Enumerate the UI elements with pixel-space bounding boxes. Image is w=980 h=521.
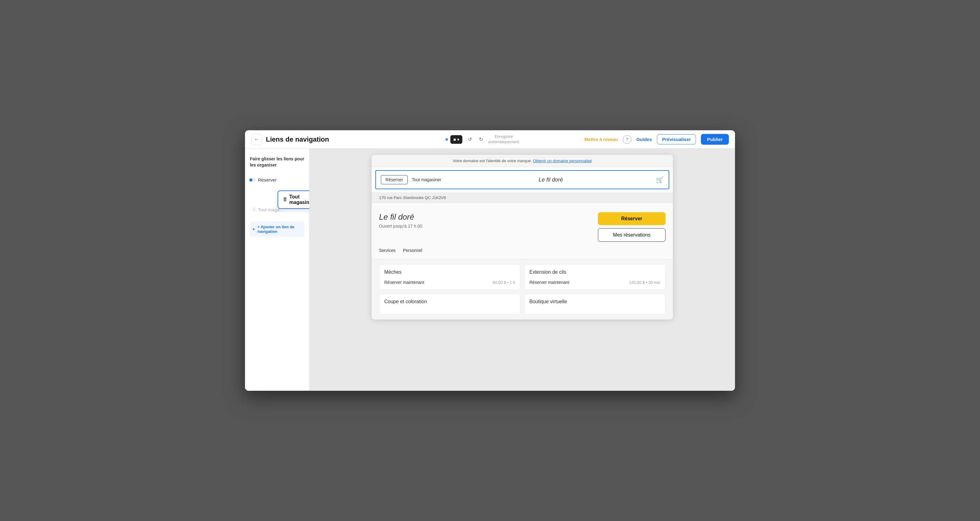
toolbar: ← Liens de navigation ■ ▾ ↺ ↻ Enregistré… (245, 130, 735, 149)
card-footer-extension: Réserver maintenant 120,00 $ • 30 min (529, 280, 660, 285)
dot-indicator (445, 138, 448, 141)
business-hours: Ouvert jusqu'à 17 h 00 (379, 224, 422, 229)
add-nav-link-button[interactable]: + + Ajouter un lien de navigation (250, 221, 304, 237)
card-name-boutique: Boutique virtuelle (529, 299, 660, 305)
card-name-coupe: Coupe et coloration (384, 299, 515, 305)
business-name: Le fil doré (379, 212, 422, 222)
card-link-extension[interactable]: Réserver maintenant (529, 280, 569, 285)
main-area: Faire glisser les liens pour les organis… (245, 149, 735, 391)
undo-redo-group: ↺ ↻ (465, 135, 486, 145)
active-indicator (249, 178, 252, 181)
card-footer-meches: Réserver maintenant 60,00 $ • 1 h (384, 280, 515, 285)
mes-reservations-button[interactable]: Mes réservations (598, 228, 665, 242)
cart-icon[interactable]: 🛒 (656, 176, 664, 183)
tab-services[interactable]: Services (379, 248, 396, 254)
toolbar-left: ← Liens de navigation (251, 134, 380, 145)
card-link-meches[interactable]: Réserver maintenant (384, 280, 424, 285)
preview-frame: Votre domaine est l'identité de votre ma… (372, 155, 673, 319)
service-tabs: Services Personnel (372, 248, 673, 259)
upgrade-button[interactable]: Mettre à niveau (584, 137, 618, 142)
sidebar: Faire glisser les liens pour les organis… (245, 149, 310, 391)
nav-link-reserver[interactable]: Réserver (381, 175, 407, 184)
auto-saved-status: Enregistré automatiquement (488, 134, 519, 145)
page-title: Liens de navigation (266, 135, 329, 143)
service-card-extension: Extension de cils Réserver maintenant 12… (524, 264, 665, 290)
card-meta-extension: 120,00 $ • 30 min (629, 280, 660, 285)
canvas-area: Votre domaine est l'identité de votre ma… (310, 149, 735, 391)
dragged-nav-item[interactable]: ⠿ Tout magasiner (278, 191, 310, 209)
toolbar-center: ■ ▾ ↺ ↻ Enregistré automatiquement (384, 134, 581, 145)
domain-link[interactable]: Obtenir un domaine personnalisé (533, 159, 592, 163)
undo-button[interactable]: ↺ (465, 135, 475, 145)
service-cards-grid: Mèches Réserver maintenant 60,00 $ • 1 h (372, 259, 673, 319)
add-icon: + (252, 227, 255, 232)
back-button[interactable]: ← (251, 134, 262, 145)
preview-nav-brand: Le fil doré (539, 176, 563, 183)
card-name-meches: Mèches (384, 269, 515, 275)
device-icon: ■ (453, 137, 456, 142)
service-card-meches: Mèches Réserver maintenant 60,00 $ • 1 h (379, 264, 520, 290)
nav-link-tout-magasiner[interactable]: Tout magasiner (407, 175, 446, 184)
domain-banner: Votre domaine est l'identité de votre ma… (372, 155, 673, 167)
nav-items-list: ⠿ Réserver ⠿ Tout magasiner ⠿ Tout maga… (250, 174, 304, 215)
device-selector[interactable]: ■ ▾ (450, 135, 462, 144)
address-text: 170 rue Parc Sherbrooke QC J1K2V8 (379, 195, 446, 200)
dragged-label: Tout magasiner (289, 194, 310, 205)
app-window: ← Liens de navigation ■ ▾ ↺ ↻ Enregistré… (245, 130, 735, 391)
publish-button[interactable]: Publier (701, 134, 729, 145)
preview-navbar: Réserver Tout magasiner Le fil doré 🛒 (375, 170, 669, 189)
card-name-extension: Extension de cils (529, 269, 660, 275)
drag-handle-tout: ⠿ (283, 197, 287, 203)
service-card-boutique: Boutique virtuelle (524, 294, 665, 315)
drag-handle-muted: ⠿ (252, 207, 255, 212)
help-button[interactable]: ? (623, 135, 632, 144)
nav-item-reserver-label: Réserver (258, 177, 277, 183)
sidebar-instruction: Faire glisser les liens pour les organis… (250, 156, 304, 168)
business-section: Le fil doré Ouvert jusqu'à 17 h 00 Réser… (372, 203, 673, 248)
redo-button[interactable]: ↻ (476, 135, 486, 145)
add-nav-link-label: + Ajouter un lien de navigation (257, 224, 302, 234)
reserver-yellow-button[interactable]: Réserver (598, 212, 665, 225)
business-info: Le fil doré Ouvert jusqu'à 17 h 00 (379, 212, 422, 229)
address-bar: 170 rue Parc Sherbrooke QC J1K2V8 (372, 192, 673, 203)
preview-button[interactable]: Prévisualiser (657, 134, 696, 145)
toolbar-right: Mettre à niveau ? Guides Prévisualiser P… (584, 134, 729, 145)
preview-nav-links: Réserver Tout magasiner (381, 175, 446, 184)
business-actions: Réserver Mes réservations (598, 212, 665, 242)
service-card-coupe: Coupe et coloration (379, 294, 520, 315)
tab-personnel[interactable]: Personnel (403, 248, 422, 254)
dropdown-arrow: ▾ (457, 137, 459, 142)
nav-item-reserver[interactable]: ⠿ Réserver (250, 174, 304, 186)
guides-button[interactable]: Guides (636, 137, 652, 142)
card-meta-meches: 60,00 $ • 1 h (493, 280, 515, 285)
drag-handle-reserver: ⠿ (252, 178, 255, 183)
domain-text: Votre domaine est l'identité de votre ma… (453, 159, 532, 163)
